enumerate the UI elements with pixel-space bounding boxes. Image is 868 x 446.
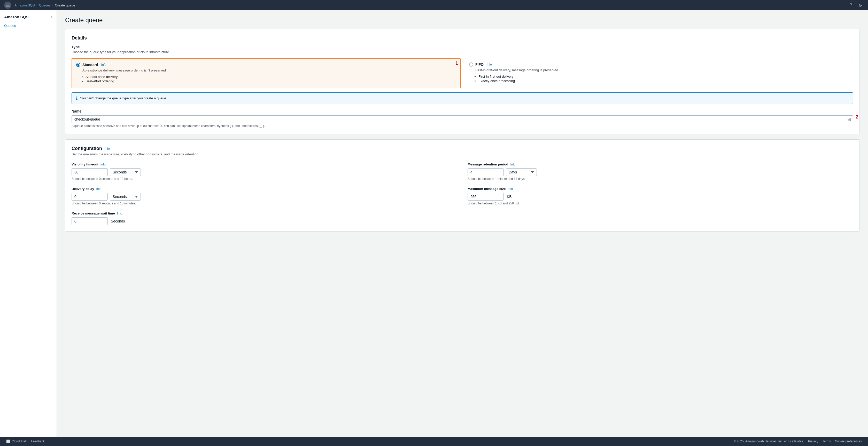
footer-left: ⬜ CloudShell Feedback xyxy=(6,439,45,443)
config-info-link[interactable]: Info xyxy=(104,147,110,150)
type-option-standard[interactable]: Standard Info At-least-once delivery, me… xyxy=(71,58,461,88)
type-option-fifo[interactable]: FIFO Info First-in-first-out delivery, m… xyxy=(465,58,853,88)
visibility-timeout-hint: Should be between 0 seconds and 12 hours… xyxy=(71,177,457,181)
name-label: Name xyxy=(71,109,853,113)
visibility-timeout-input[interactable] xyxy=(71,168,108,176)
type-label: Type xyxy=(71,45,853,49)
config-grid: Visibility timeout Info Seconds Minutes … xyxy=(71,162,853,225)
receive-wait-time-unit: Seconds xyxy=(111,219,125,223)
cloudshell-icon: ⬜ xyxy=(6,440,10,443)
fifo-name: FIFO xyxy=(475,63,484,67)
name-input-icon: ⊞ xyxy=(847,116,851,122)
sidebar-title: Amazon SQS ‹ xyxy=(0,14,57,22)
config-title: Configuration Info xyxy=(71,146,853,151)
visibility-timeout-unit-select[interactable]: Seconds Minutes Hours xyxy=(110,168,141,176)
fifo-bullet-2: Exactly-once processing xyxy=(478,79,849,83)
footer-privacy-link[interactable]: Privacy xyxy=(808,440,818,443)
fifo-bullet-1: First-in-first-out delivery xyxy=(478,75,849,78)
sidebar-item-queues[interactable]: Queues xyxy=(0,22,57,29)
queue-type-notice: ℹ You can't change the queue type after … xyxy=(71,93,853,104)
sidebar: Amazon SQS ‹ Queues xyxy=(0,10,57,437)
receive-wait-time-label: Receive message wait time Info xyxy=(71,211,457,215)
message-retention-label: Message retention period Info xyxy=(468,162,853,166)
message-retention-info-link[interactable]: Info xyxy=(510,163,516,166)
breadcrumb-sep-2: › xyxy=(52,3,53,7)
breadcrumb: Amazon SQS › Queues › Create queue xyxy=(14,3,75,7)
footer-copyright: © 2025, Amazon Web Services, Inc. or its… xyxy=(734,440,804,443)
standard-subtitle: At-least-once delivery, message ordering… xyxy=(83,68,456,72)
max-message-size-unit: KB xyxy=(507,195,512,199)
breadcrumb-amazon-sqs[interactable]: Amazon SQS xyxy=(14,3,35,7)
fifo-bullets: First-in-first-out delivery Exactly-once… xyxy=(469,75,849,83)
nav-right-icons: ? ⚙ xyxy=(847,2,864,9)
visibility-timeout-input-row: Seconds Minutes Hours xyxy=(71,168,457,176)
standard-bullet-1: At-least once delivery xyxy=(86,75,456,79)
message-retention-input[interactable] xyxy=(468,168,504,176)
message-retention-input-row: Seconds Minutes Hours Days xyxy=(468,168,853,176)
message-retention-unit-select[interactable]: Seconds Minutes Hours Days xyxy=(506,168,537,176)
delivery-delay-field: Delivery delay Info Seconds Minutes Shou… xyxy=(71,187,457,205)
breadcrumb-sep-1: › xyxy=(36,3,37,7)
standard-bullet-2: Best-effort ordering xyxy=(86,79,456,83)
fifo-radio[interactable] xyxy=(469,63,473,67)
message-retention-field: Message retention period Info Seconds Mi… xyxy=(468,162,853,181)
details-title: Details xyxy=(71,35,853,41)
delivery-delay-unit-select[interactable]: Seconds Minutes xyxy=(110,193,141,201)
delivery-delay-hint: Should be between 0 seconds and 15 minut… xyxy=(71,202,457,205)
visibility-timeout-label: Visibility timeout Info xyxy=(71,162,457,166)
receive-wait-time-input-row: Seconds xyxy=(71,217,457,225)
page-title: Create queue xyxy=(65,16,860,24)
footer-right: © 2025, Amazon Web Services, Inc. or its… xyxy=(734,440,862,443)
cloudshell-label: CloudShell xyxy=(11,440,27,443)
fifo-subtitle: First-in-first-out delivery, message ord… xyxy=(475,68,849,72)
standard-name: Standard xyxy=(83,63,98,67)
delivery-delay-label: Delivery delay Info xyxy=(71,187,457,191)
visibility-timeout-field: Visibility timeout Info Seconds Minutes … xyxy=(71,162,457,181)
cloudshell-button[interactable]: ⬜ CloudShell xyxy=(6,440,27,443)
delivery-delay-input-row: Seconds Minutes xyxy=(71,193,457,201)
config-description: Set the maximum message size, visibility… xyxy=(71,152,853,156)
configuration-card: Configuration Info Set the maximum messa… xyxy=(65,139,860,232)
footer-cookie-link[interactable]: Cookie preferences xyxy=(835,440,862,443)
notice-info-icon: ℹ xyxy=(76,96,78,101)
help-icon[interactable]: ? xyxy=(847,2,855,9)
footer-terms-link[interactable]: Terms xyxy=(822,440,831,443)
breadcrumb-create-queue: Create queue xyxy=(55,3,75,7)
menu-icon[interactable] xyxy=(4,2,11,9)
type-options: Standard Info At-least-once delivery, me… xyxy=(71,58,853,88)
delivery-delay-input[interactable] xyxy=(71,193,108,201)
name-field-hint: A queue name is case-sensitive and can h… xyxy=(71,124,853,128)
delivery-delay-info-link[interactable]: Info xyxy=(96,187,101,191)
feedback-label[interactable]: Feedback xyxy=(31,440,45,443)
standard-radio[interactable] xyxy=(76,63,80,67)
max-message-size-label: Maximum message size Info xyxy=(468,187,853,191)
main-content: Create queue Details Type Choose the que… xyxy=(57,10,868,437)
step-2-annotation: 2 xyxy=(856,114,859,120)
step-1-annotation: 1 xyxy=(456,61,458,66)
footer: ⬜ CloudShell Feedback © 2025, Amazon Web… xyxy=(0,437,868,446)
standard-info-link[interactable]: Info xyxy=(101,63,106,67)
max-message-size-field: Maximum message size Info KB Should be b… xyxy=(468,187,853,205)
max-message-size-input[interactable] xyxy=(468,193,504,201)
max-message-size-info-link[interactable]: Info xyxy=(507,187,513,191)
sidebar-collapse-icon[interactable]: ‹ xyxy=(51,14,53,19)
main-layout: Amazon SQS ‹ Queues Create queue Details… xyxy=(0,10,868,437)
visibility-timeout-info-link[interactable]: Info xyxy=(100,163,106,166)
receive-wait-time-info-link[interactable]: Info xyxy=(117,212,122,215)
top-navigation: Amazon SQS › Queues › Create queue ? ⚙ xyxy=(0,0,868,10)
max-message-size-input-row: KB xyxy=(468,193,853,201)
details-card: Details Type Choose the queue type for y… xyxy=(65,29,860,134)
notice-text: You can't change the queue type after yo… xyxy=(80,96,167,100)
settings-icon[interactable]: ⚙ xyxy=(857,2,864,9)
queue-name-input[interactable] xyxy=(71,115,853,123)
breadcrumb-queues[interactable]: Queues xyxy=(39,3,51,7)
standard-header: Standard Info xyxy=(76,63,456,67)
footer-separator xyxy=(29,439,29,443)
max-message-size-hint: Should be between 1 KB and 256 KB. xyxy=(468,202,853,205)
receive-wait-time-field: Receive message wait time Info Seconds xyxy=(71,211,457,225)
receive-wait-time-input[interactable] xyxy=(71,217,108,225)
name-field-group: Name ⊞ 2 A queue name is case-sensitive … xyxy=(71,109,853,128)
fifo-info-link[interactable]: Info xyxy=(487,63,492,66)
standard-bullets: At-least once delivery Best-effort order… xyxy=(76,75,456,83)
type-description: Choose the queue type for your applicati… xyxy=(71,50,853,54)
